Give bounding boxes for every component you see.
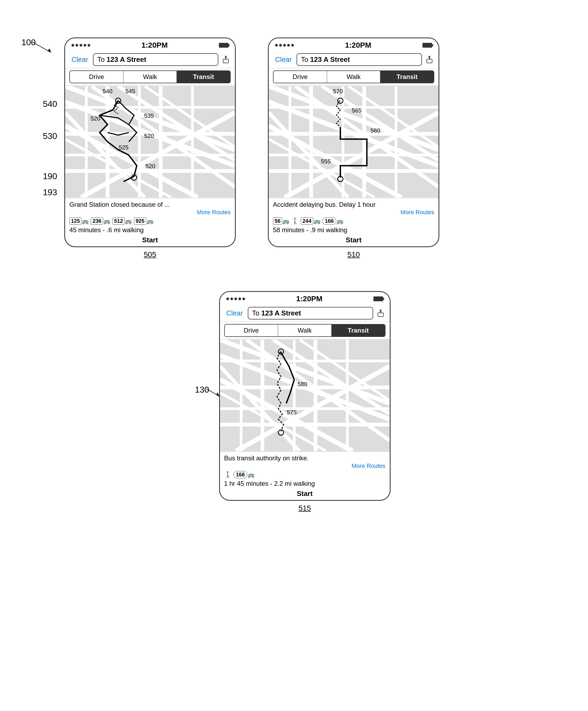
svg-rect-30	[427, 59, 432, 63]
map-label-520b: 520	[144, 133, 154, 139]
route-options-505: 125 🚌 236 🚌 512 🚌 925	[69, 217, 231, 225]
status-time-510: 1:20PM	[345, 41, 371, 49]
phone-505-wrapper: 540 530 190 193 1:20PM	[64, 38, 236, 259]
map-label-525: 525	[119, 144, 129, 151]
clear-button-510[interactable]: Clear	[273, 55, 294, 65]
route-125[interactable]: 125 🚌	[69, 217, 89, 225]
info-panel-515: Bus transit authority on strike. More Ro…	[220, 452, 390, 500]
phone-515: 1:20PM Clear To 123 A Street Drive	[219, 291, 391, 501]
map-label-580: 580	[298, 381, 308, 388]
info-panel-510: Accident delaying bus. Delay 1 hour More…	[269, 198, 439, 246]
route-56[interactable]: 56 🚌	[273, 217, 289, 225]
nav-bar-505: Clear To 123 A Street	[65, 51, 235, 68]
battery-icon-510	[422, 43, 432, 48]
destination-field-515[interactable]: To 123 A Street	[248, 307, 373, 320]
drive-mode[interactable]: Drive	[70, 71, 124, 83]
map-label-570: 570	[333, 88, 343, 95]
alert-text-515: Bus transit authority on strike.	[224, 454, 385, 462]
alert-text-505: Grand Station closed because of ...	[69, 201, 231, 208]
route-num-512: 512	[112, 217, 125, 225]
drive-mode-510[interactable]: Drive	[273, 71, 327, 83]
phone-515-wrapper: 130 1:20PM	[219, 291, 391, 513]
walk-icon-515: 🚶	[224, 471, 231, 478]
route-166-515[interactable]: 166 🚌	[234, 471, 254, 478]
map-label-560: 560	[371, 127, 380, 134]
share-button[interactable]	[221, 55, 231, 65]
signal-dots	[71, 44, 90, 47]
clear-button-515[interactable]: Clear	[224, 308, 245, 318]
top-row: 540 530 190 193 1:20PM	[64, 38, 567, 259]
route-walk[interactable]: 🚶	[291, 218, 299, 225]
duration-505: 45 minutes - .6 mi walking	[69, 226, 231, 234]
map-svg-515	[220, 339, 390, 452]
route-num-236: 236	[91, 217, 103, 225]
dot5	[88, 44, 90, 47]
walk-mode-510[interactable]: Walk	[327, 71, 381, 83]
route-236[interactable]: 236 🚌	[91, 217, 110, 225]
route-num-166-515: 166	[234, 471, 247, 478]
status-bar-515: 1:20PM	[220, 292, 390, 305]
bus-icon-56: 🚌	[282, 218, 289, 224]
nav-bar-515: Clear To 123 A Street	[220, 305, 390, 322]
share-button-515[interactable]	[376, 308, 385, 318]
route-512[interactable]: 512 🚌	[112, 217, 132, 225]
status-time: 1:20PM	[142, 41, 168, 49]
start-btn-515[interactable]: Start	[224, 489, 385, 499]
start-btn-505[interactable]: Start	[69, 235, 231, 245]
bus-icon-925: 🚌	[147, 218, 153, 224]
destination-field[interactable]: To 123 A Street	[93, 53, 218, 66]
svg-rect-57	[378, 313, 383, 317]
annotation-190: 190	[43, 171, 57, 181]
route-options-515: 🚶 166 🚌	[224, 471, 385, 478]
map-svg-505	[65, 86, 235, 198]
route-options-510: 56 🚌 🚶 244 🚌 166 🚌	[273, 217, 434, 225]
route-925[interactable]: 925 🚌	[134, 217, 153, 225]
route-num-925: 925	[134, 217, 146, 225]
destination-text-515: To 123 A Street	[252, 309, 301, 317]
signal-dots-515	[226, 298, 245, 300]
mode-selector-505: Drive Walk Transit	[69, 70, 231, 83]
route-num-244: 244	[301, 217, 313, 225]
phone-510: 1:20PM Clear To 123 A Street Drive	[268, 38, 439, 247]
walk-mode-515[interactable]: Walk	[278, 325, 332, 336]
dot3	[80, 44, 82, 47]
start-btn-510[interactable]: Start	[273, 235, 434, 245]
walk-mode[interactable]: Walk	[124, 71, 177, 83]
destination-text-510: To 123 A Street	[301, 56, 350, 64]
bus-icon-512: 🚌	[125, 218, 132, 224]
route-244[interactable]: 244 🚌	[301, 217, 320, 225]
drive-mode-515[interactable]: Drive	[225, 325, 278, 336]
route-166-510[interactable]: 166 🚌	[322, 217, 343, 225]
bus-icon-244: 🚌	[314, 218, 320, 224]
dot1	[71, 44, 74, 47]
svg-line-0	[32, 42, 51, 52]
map-label-520c: 520	[145, 163, 155, 170]
more-routes-510[interactable]: More Routes	[273, 209, 434, 216]
battery-icon	[219, 43, 229, 48]
map-label-575: 575	[287, 409, 297, 416]
map-label-520a: 520	[90, 115, 101, 122]
bus-icon-166-515: 🚌	[248, 472, 254, 478]
clear-button[interactable]: Clear	[69, 55, 90, 65]
walk-icon-510: 🚶	[291, 218, 299, 225]
more-routes-515[interactable]: More Routes	[224, 462, 385, 470]
dot2	[76, 44, 78, 47]
map-area-510: 570 565 560 555	[269, 85, 439, 198]
phone-505: 1:20PM Clear To 123 A Street Drive	[64, 38, 236, 247]
battery-icon-515	[373, 297, 383, 301]
figure-label-505: 505	[64, 251, 236, 259]
more-routes-505[interactable]: More Routes	[69, 209, 231, 216]
share-button-510[interactable]	[425, 55, 434, 65]
transit-mode-515[interactable]: Transit	[332, 325, 385, 336]
duration-510: 58 minutes - .9 mi walking	[273, 226, 434, 234]
figure-label-515: 515	[219, 504, 391, 513]
annotation-530: 530	[43, 131, 57, 141]
svg-marker-1	[48, 49, 51, 52]
transit-mode[interactable]: Transit	[177, 71, 230, 83]
route-walk-515[interactable]: 🚶	[224, 471, 231, 478]
status-time-515: 1:20PM	[296, 295, 322, 303]
transit-mode-510[interactable]: Transit	[380, 71, 434, 83]
destination-field-510[interactable]: To 123 A Street	[297, 53, 422, 66]
bus-icon-166-510: 🚌	[337, 218, 343, 224]
alert-text-510: Accident delaying bus. Delay 1 hour	[273, 201, 434, 208]
